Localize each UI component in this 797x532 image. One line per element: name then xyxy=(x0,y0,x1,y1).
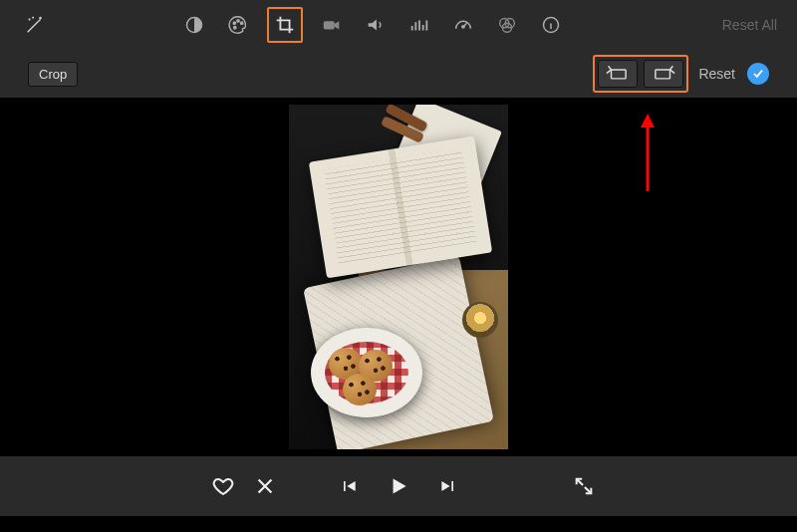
reject-icon[interactable] xyxy=(251,472,279,500)
rating-controls xyxy=(209,472,279,500)
rotate-buttons-highlight xyxy=(593,55,688,93)
crop-icon[interactable] xyxy=(267,7,303,43)
reset-all-button[interactable]: Reset All xyxy=(722,17,777,33)
video-camera-icon[interactable] xyxy=(317,10,347,40)
apply-checkmark-button[interactable] xyxy=(747,63,769,85)
info-icon[interactable] xyxy=(536,10,566,40)
volume-icon[interactable] xyxy=(361,10,391,40)
svg-rect-5 xyxy=(324,21,335,29)
speedometer-icon[interactable] xyxy=(448,10,478,40)
favorite-icon[interactable] xyxy=(209,472,237,500)
playback-controls xyxy=(335,472,462,500)
view-controls xyxy=(570,472,598,500)
play-icon[interactable] xyxy=(385,472,412,500)
skip-next-icon[interactable] xyxy=(434,472,462,500)
playback-toolbar xyxy=(0,456,797,516)
crop-sub-toolbar: Crop Reset xyxy=(0,50,797,98)
bottom-strip xyxy=(0,516,797,532)
skip-previous-icon[interactable] xyxy=(335,472,363,500)
magic-wand-icon[interactable] xyxy=(20,10,50,40)
rotate-controls-group: Reset xyxy=(593,55,769,93)
auto-enhance-area xyxy=(20,10,169,40)
equalizer-icon[interactable] xyxy=(404,10,434,40)
svg-point-1 xyxy=(233,22,235,24)
adjustments-toolbar: Reset All xyxy=(0,0,797,50)
svg-point-3 xyxy=(240,22,242,24)
svg-rect-11 xyxy=(612,70,627,79)
svg-point-2 xyxy=(237,20,239,22)
rotate-ccw-button[interactable] xyxy=(598,60,638,88)
crop-mode-button[interactable]: Crop xyxy=(28,62,78,87)
fullscreen-icon[interactable] xyxy=(570,472,598,500)
media-viewer xyxy=(0,98,797,456)
color-palette-icon[interactable] xyxy=(223,10,253,40)
media-preview[interactable] xyxy=(289,105,508,449)
svg-point-4 xyxy=(234,27,236,29)
color-balance-icon[interactable] xyxy=(179,10,209,40)
svg-point-6 xyxy=(462,26,464,28)
rotate-cw-button[interactable] xyxy=(644,60,683,88)
reset-crop-button[interactable]: Reset xyxy=(698,66,735,82)
filters-overlap-icon[interactable] xyxy=(492,10,522,40)
svg-rect-12 xyxy=(656,70,670,79)
effect-icon-row xyxy=(179,7,566,43)
